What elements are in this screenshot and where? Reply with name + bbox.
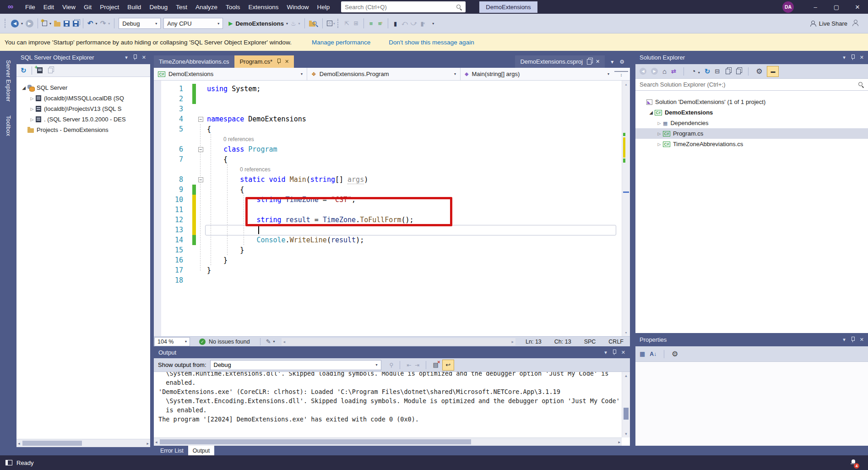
tab-timezoneabbreviations[interactable]: TimeZoneAbbreviations.cs xyxy=(154,55,234,68)
user-avatar[interactable]: DA xyxy=(782,1,794,13)
code-line-5[interactable]: 5{ xyxy=(154,124,630,134)
tree-item-solution-demoextensions-1-of-1-project[interactable]: Solution 'DemoExtensions' (1 of 1 projec… xyxy=(635,97,868,107)
tab-well-options-gear-icon[interactable]: ⚙ xyxy=(619,59,624,65)
line-number[interactable]: 7 xyxy=(154,154,186,164)
pin-icon[interactable] xyxy=(133,55,137,60)
open-file-button[interactable] xyxy=(53,17,62,29)
menu-window[interactable]: Window xyxy=(283,1,313,13)
code-editor[interactable]: 1using System;234−namespace DemoExtensio… xyxy=(154,81,630,336)
refresh-icon[interactable]: ↻ xyxy=(705,67,711,76)
clear-bookmarks-button[interactable]: ▮× xyxy=(418,17,428,29)
output-horizontal-scrollbar[interactable]: ◂ ▸ xyxy=(154,437,622,446)
solution-platform-dropdown[interactable]: Any CPU▾ xyxy=(163,18,223,29)
tree-item-projects-demoextensions[interactable]: Projects - DemoExtensions xyxy=(16,125,150,135)
clear-all-output-icon[interactable]: ▤ xyxy=(433,361,438,368)
window-position-menu-icon[interactable]: ▾ xyxy=(604,350,607,355)
codelens-row[interactable]: 0 references xyxy=(154,134,630,144)
menu-debug[interactable]: Debug xyxy=(145,1,172,13)
preview-selected-items-toggle[interactable]: ▬ xyxy=(767,66,779,77)
code-line-8[interactable]: 8− static void Main(string[] args) xyxy=(154,175,630,185)
split-editor-handle[interactable]: ↕ xyxy=(614,71,628,77)
window-position-menu-icon[interactable]: ▾ xyxy=(843,55,846,60)
categorized-view-icon[interactable]: ▦ xyxy=(640,350,645,357)
start-debugging-button[interactable]: ▶DemoExtensions▾ xyxy=(227,17,289,29)
code-line-14[interactable]: 14 Console.WriteLine(result); xyxy=(154,235,630,245)
menu-edit[interactable]: Edit xyxy=(39,1,58,13)
line-number[interactable]: 9 xyxy=(154,185,186,195)
decrease-indent-button[interactable]: ≡ xyxy=(367,17,376,29)
space-mode-indicator[interactable]: SPC xyxy=(578,339,602,345)
line-ending-indicator[interactable]: CRLF xyxy=(602,339,630,345)
pending-changes-filter-icon[interactable]: ◔▾ xyxy=(691,67,700,76)
navigate-forward-button[interactable]: ▶ xyxy=(24,17,35,29)
side-tab-server-explorer[interactable]: Server Explorer xyxy=(5,55,11,106)
editor-horizontal-scrollbar[interactable]: ◂ ▸ xyxy=(282,338,515,345)
line-number[interactable]: 16 xyxy=(154,255,186,265)
menu-build[interactable]: Build xyxy=(123,1,145,13)
menu-analyze[interactable]: Analyze xyxy=(191,1,222,13)
menu-help[interactable]: Help xyxy=(313,1,334,13)
tab-demoextensions-csproj[interactable]: DemoExtensions.csproj ✕ xyxy=(515,55,605,68)
code-line-18[interactable]: 18 xyxy=(154,275,630,285)
document-health-indicator[interactable]: ✓ No issues found xyxy=(199,339,250,345)
scroll-down-arrow-icon[interactable]: ▾ xyxy=(622,432,630,436)
collapse-all-icon[interactable]: ⊟ xyxy=(715,68,720,75)
fold-collapse-box[interactable]: − xyxy=(196,144,205,154)
scroll-right-arrow-icon[interactable]: ▸ xyxy=(512,339,514,344)
pin-icon[interactable] xyxy=(851,55,855,60)
switch-views-icon[interactable]: ⇄ xyxy=(671,68,676,75)
code-line-16[interactable]: 16 } xyxy=(154,255,630,265)
scroll-down-arrow-icon[interactable]: ▾ xyxy=(622,330,630,335)
collapse-minus-icon[interactable]: − xyxy=(198,177,203,182)
zoom-level-dropdown[interactable]: 104 % ▾ xyxy=(154,337,190,346)
navigate-back-button[interactable]: ◀▾ xyxy=(10,17,24,29)
editor-vertical-scrollbar[interactable]: ▴ ▾ xyxy=(622,81,630,336)
tab-list-dropdown-icon[interactable]: ▾ xyxy=(611,59,613,65)
code-line-3[interactable]: 3 xyxy=(154,104,630,114)
toolbar-options-button[interactable]: ▾ xyxy=(428,17,437,29)
project-dropdown[interactable]: C# DemoExtensions ▾ xyxy=(154,68,307,80)
tree-item-demoextensions[interactable]: ◢C#DemoExtensions xyxy=(635,107,868,118)
solution-explorer-shortcut-button[interactable]: ⌂▾ xyxy=(326,17,336,29)
close-icon[interactable]: ✕ xyxy=(621,350,625,355)
collapse-minus-icon[interactable]: − xyxy=(198,117,203,122)
member-dropdown[interactable]: ◆ Main(string[] args) ▾ xyxy=(461,68,613,80)
tree-item-localdb-projectsv13-sql-s[interactable]: ▷(localdb)\ProjectsV13 (SQL S xyxy=(16,104,150,114)
notifications-button[interactable]: 4 xyxy=(850,459,856,466)
bottom-tab-error-list[interactable]: Error List xyxy=(156,446,188,455)
expander-icon[interactable]: ▷ xyxy=(656,121,663,126)
window-position-menu-icon[interactable]: ▾ xyxy=(843,337,846,343)
minimize-button[interactable]: – xyxy=(805,0,826,14)
type-dropdown[interactable]: ❖ DemoExtensions.Program ▾ xyxy=(307,68,461,80)
close-tab-icon[interactable]: ✕ xyxy=(285,59,289,65)
object-browser-button[interactable]: ⊞ xyxy=(352,17,361,29)
tree-item-dependencies[interactable]: ▷▦Dependencies xyxy=(635,118,868,128)
close-button[interactable]: ✕ xyxy=(847,0,868,14)
menu-git[interactable]: Git xyxy=(80,1,96,13)
menu-view[interactable]: View xyxy=(58,1,80,13)
line-indicator[interactable]: Ln: 13 xyxy=(519,339,548,345)
expander-icon[interactable]: ▷ xyxy=(28,96,36,101)
toggle-bookmark-button[interactable]: ▮ xyxy=(391,17,400,29)
output-source-dropdown[interactable]: Debug ▾ xyxy=(210,360,381,370)
expander-icon[interactable]: ▷ xyxy=(28,107,36,111)
menu-file[interactable]: File xyxy=(21,1,39,13)
sql-horizontal-scrollbar[interactable]: ◂ ▸ xyxy=(16,439,150,447)
line-number[interactable]: 10 xyxy=(154,195,186,205)
line-number[interactable] xyxy=(154,164,186,175)
scroll-right-arrow-icon[interactable]: ▸ xyxy=(618,440,620,444)
track-changes-pen-button[interactable]: ✎ ▾ xyxy=(266,338,275,345)
code-line-1[interactable]: 1using System; xyxy=(154,84,630,94)
scroll-up-arrow-icon[interactable]: ▴ xyxy=(622,82,630,87)
tab-program-cs[interactable]: Program.cs* ✕ xyxy=(234,55,294,68)
previous-bookmark-button[interactable]: ⤺ xyxy=(400,17,409,29)
solution-tree[interactable]: Solution 'DemoExtensions' (1 of 1 projec… xyxy=(635,91,868,333)
close-icon[interactable]: ✕ xyxy=(860,337,864,343)
collapse-minus-icon[interactable]: − xyxy=(198,147,203,152)
line-number[interactable]: 3 xyxy=(154,104,186,114)
code-line-9[interactable]: 9 { xyxy=(154,185,630,195)
line-number[interactable]: 13 xyxy=(154,225,186,235)
code-line-4[interactable]: 4−namespace DemoExtensions xyxy=(154,114,630,124)
code-line-6[interactable]: 6− class Program xyxy=(154,144,630,154)
hot-reload-button[interactable]: ♨▾ xyxy=(289,17,302,29)
